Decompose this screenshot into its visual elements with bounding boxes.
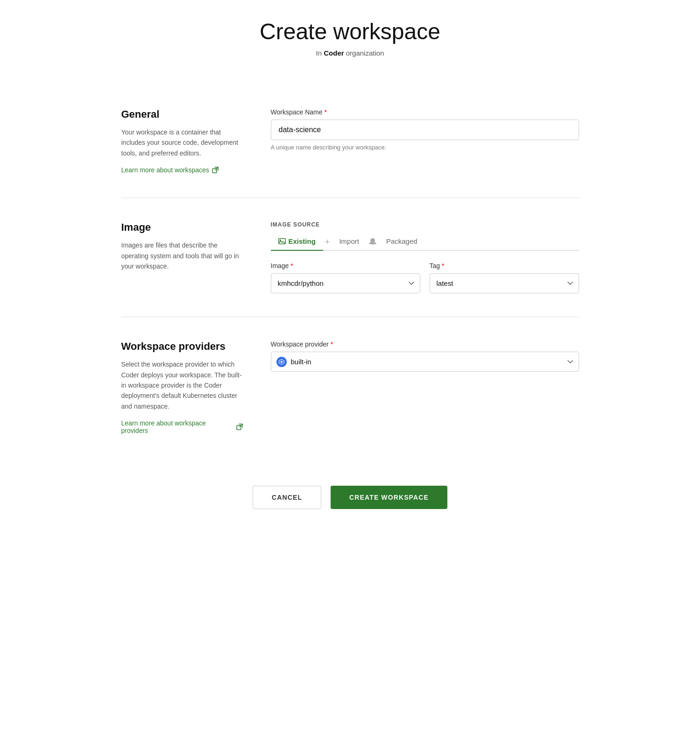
tag-field-label: Tag * <box>430 262 579 269</box>
provider-select-wrapper: built-in <box>271 352 579 372</box>
image-content: IMAGE SOURCE Existing + Import <box>271 221 579 293</box>
learn-more-providers-link[interactable]: Learn more about workspace providers <box>121 419 243 434</box>
provider-select[interactable]: built-in <box>271 352 579 372</box>
tab-packaged[interactable]: Packaged <box>379 234 425 251</box>
workspace-name-label: Workspace Name * <box>271 108 579 116</box>
providers-content: Workspace provider * <box>271 340 579 434</box>
general-heading: General <box>121 108 243 120</box>
providers-sidebar: Workspace providers Select the workspace… <box>121 340 243 434</box>
image-description: Images are files that describe the opera… <box>121 240 243 271</box>
tag-select[interactable]: latest 3.9 3.8 3.7 <box>430 273 579 293</box>
image-heading: Image <box>121 221 243 234</box>
workspace-name-hint: A unique name describing your workspace. <box>271 144 579 151</box>
general-content: Workspace Name * A unique name describin… <box>271 108 579 174</box>
tab-existing-label: Existing <box>289 237 316 245</box>
provider-field-label: Workspace provider * <box>271 340 579 348</box>
tab-packaged-label: Packaged <box>386 237 417 245</box>
page-title: Create workspace <box>121 19 579 44</box>
tab-import[interactable]: Import <box>332 234 367 251</box>
external-link-providers-icon <box>236 424 243 430</box>
svg-rect-6 <box>371 240 374 243</box>
image-source-label: IMAGE SOURCE <box>271 221 579 228</box>
external-link-icon <box>212 167 219 173</box>
providers-section: Workspace providers Select the workspace… <box>121 317 579 458</box>
tab-existing[interactable]: Existing <box>271 234 323 251</box>
learn-more-workspaces-link[interactable]: Learn more about workspaces <box>121 166 219 174</box>
image-sidebar: Image Images are files that describe the… <box>121 221 243 293</box>
page-subtitle: In Coder organization <box>121 49 579 57</box>
general-description: Your workspace is a container that inclu… <box>121 127 243 158</box>
providers-heading: Workspace providers <box>121 340 243 353</box>
cancel-button[interactable]: CANCEL <box>253 486 321 509</box>
image-field-label: Image * <box>271 262 420 269</box>
general-sidebar: General Your workspace is a container th… <box>121 108 243 174</box>
tab-import-label: Import <box>339 237 359 245</box>
image-select[interactable]: kmhcdr/python ubuntu debian <box>271 273 420 293</box>
image-tag-fields: Image * kmhcdr/python ubuntu debian Tag … <box>271 262 579 293</box>
tag-field-group: Tag * latest 3.9 3.8 3.7 <box>430 262 579 293</box>
tab-separator-1: + <box>323 237 332 247</box>
image-field-group: Image * kmhcdr/python ubuntu debian <box>271 262 420 293</box>
workspace-name-input[interactable] <box>271 120 579 140</box>
page-header: Create workspace In Coder organization <box>121 19 579 57</box>
general-section: General Your workspace is a container th… <box>121 85 579 198</box>
providers-description: Select the workspace provider to which C… <box>121 359 243 411</box>
tab-separator-2 <box>367 237 379 247</box>
image-frame-icon <box>278 238 286 244</box>
hat-icon <box>368 238 377 245</box>
image-section: Image Images are files that describe the… <box>121 198 579 317</box>
create-workspace-button[interactable]: CREATE WORKSPACE <box>331 486 447 509</box>
image-source-tabs: Existing + Import Packaged <box>271 234 579 251</box>
actions-row: CANCEL CREATE WORKSPACE <box>121 486 579 528</box>
